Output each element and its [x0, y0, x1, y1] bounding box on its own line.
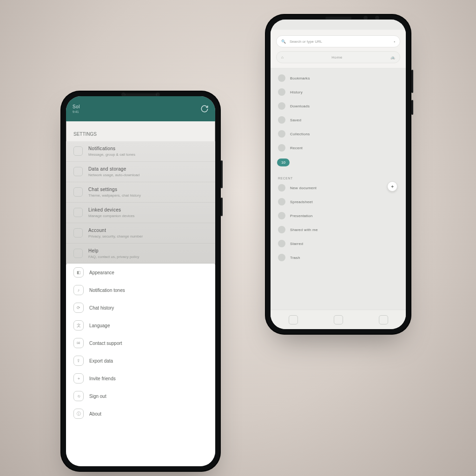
list-item[interactable]: Shared with me: [271, 223, 406, 237]
doc-icon: [278, 184, 285, 192]
download-icon: [278, 102, 285, 110]
list-item[interactable]: NotificationsMessage, group & call tones: [66, 141, 215, 161]
phone-right-screen: 🔍 Search or type URL • ⌂ Home 🚲 Bookmark…: [271, 20, 406, 329]
section-heading: RECENT: [271, 174, 406, 181]
list-item[interactable]: Trash: [271, 251, 406, 264]
sheet-icon: [278, 198, 285, 205]
sheet-row[interactable]: ⟳Chat history: [66, 299, 215, 317]
sheet-row[interactable]: ＋Invite friends: [66, 370, 215, 387]
storage-icon: [73, 167, 83, 176]
sync-icon[interactable]: [200, 105, 209, 113]
list-item[interactable]: AccountPrivacy, security, change number: [66, 223, 215, 243]
account-icon: [73, 228, 83, 238]
bottom-sheet: ◧Appearance ♪Notification tones ⟳Chat hi…: [66, 264, 215, 466]
invite-icon: ＋: [73, 373, 84, 383]
list-item[interactable]: Downloads: [271, 99, 406, 113]
bookmark-icon: [278, 74, 285, 82]
bell-icon: [73, 146, 83, 156]
fab-add[interactable]: ✦: [387, 181, 397, 192]
search-bar[interactable]: 🔍 Search or type URL •: [276, 35, 400, 47]
about-icon: ⓘ: [73, 409, 84, 419]
help-icon: [73, 249, 83, 258]
star-icon: [278, 240, 285, 247]
list-item[interactable]: Chat settingsTheme, wallpapers, chat his…: [66, 182, 215, 202]
app-title: Sol: [73, 104, 80, 109]
sheet-row[interactable]: ⓘAbout: [66, 405, 215, 423]
history-icon: ⟳: [73, 303, 84, 313]
appearance-icon: ◧: [73, 267, 84, 278]
count-pill[interactable]: 10: [277, 159, 290, 166]
sheet-row[interactable]: ♪Notification tones: [66, 281, 215, 299]
support-icon: ✉: [73, 338, 84, 348]
collections-icon: [278, 130, 285, 138]
shared-icon: [278, 226, 285, 233]
list-item[interactable]: HelpFAQ, contact us, privacy policy: [66, 243, 215, 264]
phone-left-screen: Sol 9:41 SETTINGS NotificationsMessage, …: [66, 96, 215, 466]
settings-list: NotificationsMessage, group & call tones…: [66, 141, 215, 264]
share-icon[interactable]: [379, 315, 388, 324]
stage: Sol 9:41 SETTINGS NotificationsMessage, …: [0, 0, 476, 476]
browser-header: 🔍 Search or type URL • ⌂ Home 🚲: [271, 30, 406, 68]
browser-body: Bookmarks History Downloads Saved Collec…: [271, 68, 406, 310]
trash-icon: [278, 254, 285, 261]
bottom-tabbar: [271, 310, 406, 329]
signout-icon: ⎋: [73, 391, 84, 401]
saved-icon: [278, 116, 285, 124]
language-icon: 文: [73, 320, 84, 331]
history-icon: [278, 88, 285, 96]
export-icon: ⇪: [73, 356, 84, 366]
list-item[interactable]: Recent: [271, 141, 406, 155]
list-item[interactable]: Starred: [271, 237, 406, 251]
home-icon: ⌂: [281, 55, 284, 60]
tone-icon: ♪: [73, 285, 84, 295]
devices-icon: [73, 208, 83, 217]
mic-icon[interactable]: •: [394, 40, 395, 44]
section-label: SETTINGS: [66, 121, 215, 141]
bike-icon: 🚲: [390, 55, 395, 60]
list-item[interactable]: Linked devicesManage companion devices: [66, 202, 215, 223]
list-item[interactable]: Spreadsheet: [271, 195, 406, 209]
sheet-row[interactable]: ⇪Export data: [66, 352, 215, 370]
app-header: Sol 9:41: [66, 96, 215, 121]
recent-icon: [278, 144, 285, 152]
list-item[interactable]: Bookmarks: [271, 71, 406, 85]
search-placeholder: Search or type URL: [290, 40, 322, 44]
phone-left: Sol 9:41 SETTINGS NotificationsMessage, …: [60, 91, 221, 472]
home-icon[interactable]: [289, 315, 298, 324]
search-icon: 🔍: [281, 40, 286, 44]
list-item[interactable]: New document: [271, 181, 406, 195]
list-item[interactable]: Collections: [271, 127, 406, 141]
list-item[interactable]: Data and storageNetwork usage, auto-down…: [66, 161, 215, 182]
tabs-icon[interactable]: [334, 315, 343, 324]
sheet-row[interactable]: 文Language: [66, 317, 215, 334]
filter-chip[interactable]: ⌂ Home 🚲: [276, 51, 400, 63]
status-time: 9:41: [73, 110, 80, 113]
phone-right: 🔍 Search or type URL • ⌂ Home 🚲 Bookmark…: [265, 14, 411, 335]
sheet-row[interactable]: ✉Contact support: [66, 334, 215, 352]
list-item[interactable]: History: [271, 85, 406, 99]
slides-icon: [278, 212, 285, 219]
sheet-row[interactable]: ⎋Sign out: [66, 387, 215, 405]
list-item[interactable]: Presentation: [271, 209, 406, 223]
sheet-row[interactable]: ◧Appearance: [66, 264, 215, 281]
chat-icon: [73, 187, 83, 197]
list-item[interactable]: Saved: [271, 113, 406, 127]
